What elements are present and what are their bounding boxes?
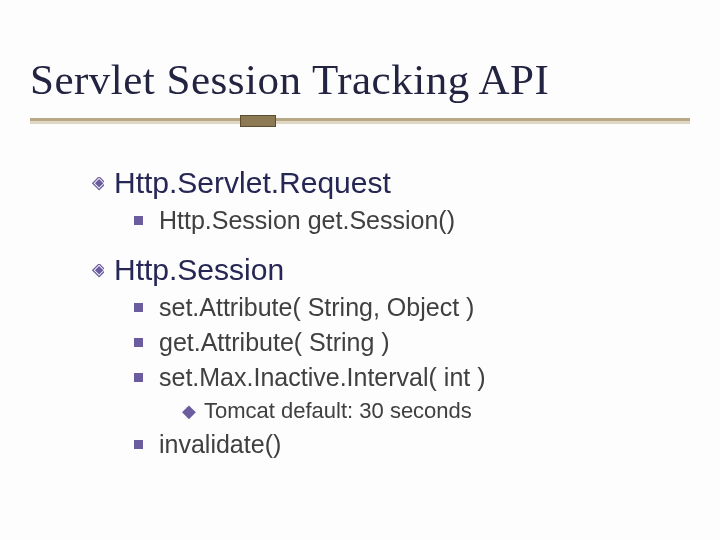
text-setmaxinactive: set.Max.Inactive.Interval( int ) (159, 363, 486, 392)
square-icon (134, 338, 143, 347)
bullet-level3: ◆ Tomcat default: 30 seconds (182, 398, 680, 424)
bullet-level1: Http.Session (90, 253, 680, 287)
bullet-level2: invalidate() (134, 430, 680, 459)
title-underline (0, 118, 720, 130)
text-setattribute: set.Attribute( String, Object ) (159, 293, 474, 322)
bullet-level2: get.Attribute( String ) (134, 328, 680, 357)
slide: Servlet Session Tracking API Http.Servle… (0, 0, 720, 540)
square-icon (134, 440, 143, 449)
diamond-icon (90, 177, 104, 191)
bullet-level2: set.Attribute( String, Object ) (134, 293, 680, 322)
text-invalidate: invalidate() (159, 430, 281, 459)
square-icon (134, 216, 143, 225)
slide-title: Servlet Session Tracking API (30, 55, 549, 104)
text-getattribute: get.Attribute( String ) (159, 328, 390, 357)
square-icon (134, 373, 143, 382)
diamond-icon (90, 264, 104, 278)
square-icon (134, 303, 143, 312)
bullet-level2: set.Max.Inactive.Interval( int ) (134, 363, 680, 392)
slide-body: Http.Servlet.Request Http.Session get.Se… (90, 158, 680, 459)
text-getsession: Http.Session get.Session() (159, 206, 455, 235)
text-httpservletrequest: Http.Servlet.Request (114, 166, 391, 200)
text-httpsession: Http.Session (114, 253, 284, 287)
bullet-level2: Http.Session get.Session() (134, 206, 680, 235)
dot-icon: ◆ (182, 407, 190, 415)
text-tomcatdefault: Tomcat default: 30 seconds (204, 398, 472, 424)
bullet-level1: Http.Servlet.Request (90, 166, 680, 200)
